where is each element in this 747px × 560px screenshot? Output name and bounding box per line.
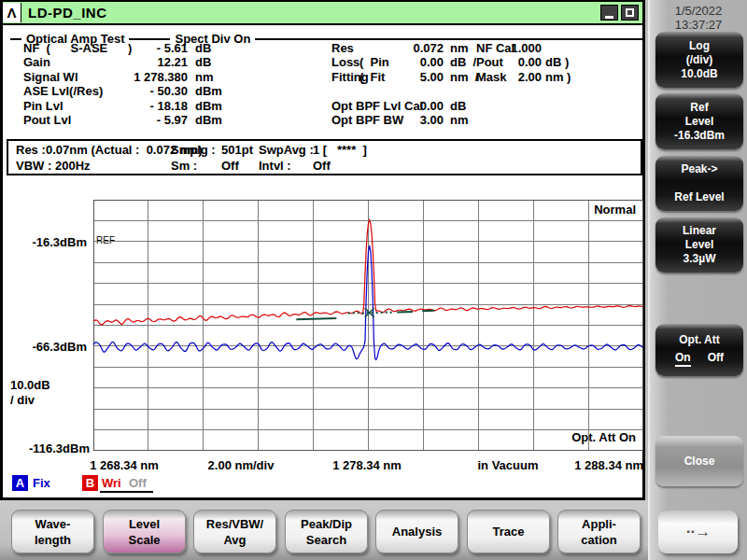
param-row: Fitting( Fit5.00nm /Mask2.00nm ) <box>3 70 647 84</box>
menu-button-trace[interactable]: Trace <box>467 510 550 553</box>
softkey-label-line: Peak-> <box>681 162 717 176</box>
minimize-icon <box>605 16 613 19</box>
param-value: 1.000 <box>488 41 542 55</box>
trace-b-badge[interactable]: B <box>82 475 98 491</box>
minimize-button[interactable] <box>600 5 618 21</box>
toggle-on-label[interactable]: On <box>675 351 691 367</box>
menu-button-label: Level <box>129 516 160 532</box>
main-display-area: Λ LD-PD_INC Optical Amp Test Spect Div O… <box>0 0 645 500</box>
time: 13:37:27 <box>650 18 747 32</box>
param-row: Res0.072nmNF Cal1.000 <box>3 41 647 55</box>
sweep-setting-label: Sm : <box>171 159 197 173</box>
softkey-label-line: Close <box>684 455 715 469</box>
param-value: 2.00 <box>488 70 542 84</box>
softkey-log-div-10-0db[interactable]: Log(/div)10.0dB <box>655 32 743 88</box>
param-value: 0.00 <box>380 55 444 69</box>
sweep-setting-label: Smplg : <box>171 143 216 157</box>
param-value: 3.00 <box>380 113 444 127</box>
y-axis-ref-label: -16.3dBm <box>3 235 87 249</box>
menu-button-label: Analysis <box>392 524 442 539</box>
menu-button-label: Trace <box>493 524 525 539</box>
param-unit: dB / <box>450 55 476 69</box>
sweep-settings-bar: Res :0.07nm (Actual : 0.072 nm)Smplg :50… <box>7 139 642 175</box>
fit-line-segment <box>348 313 395 314</box>
param-value: 5.00 <box>380 70 444 84</box>
menu-button-res-vbw-avg[interactable]: Res/VBW/Avg <box>193 510 276 553</box>
softkey-title: Opt. Att <box>679 333 720 347</box>
softkey-label-line: Log <box>689 39 710 53</box>
menu-button-label: Wave- <box>35 516 71 532</box>
param-row: Opt BPF Lvl Cal0.00dB <box>3 99 647 113</box>
divider <box>129 38 170 40</box>
sweep-setting-value: 200Hz <box>55 159 91 173</box>
menu-button-label: Search <box>306 532 346 548</box>
x-axis-left-label: 1 268.34 nm <box>73 458 176 472</box>
menu-button-analysis[interactable]: Analysis <box>375 510 458 553</box>
toggle-off-label[interactable]: Off <box>708 351 724 367</box>
window-title: LD-PD_INC <box>28 5 107 21</box>
softkey-label-line: 3.3µW <box>684 252 716 266</box>
param-row: ASE Lvl(/Res)- 50.30dBm <box>3 84 647 98</box>
param-value: 0.072 <box>380 41 444 55</box>
trace-b-mode: Wri <box>102 476 121 490</box>
spectrum-plot <box>93 200 643 455</box>
y-axis-mid-label: -66.3dBm <box>3 340 87 354</box>
param-unit: dBm <box>195 84 222 98</box>
trace-a-badge[interactable]: A <box>12 475 28 491</box>
sweep-setting-value: 501pt <box>221 143 253 157</box>
param-unit: nm ) <box>545 70 571 84</box>
sweep-setting-value: Off <box>313 159 331 173</box>
param-unit: nm / <box>450 70 478 84</box>
clock: 1/5/2022 13:37:27 <box>650 4 747 32</box>
menu-button-label: Avg <box>223 532 246 548</box>
y-axis-scale-unit: / div <box>10 393 35 407</box>
softkey-label-line: Ref Level <box>674 190 724 204</box>
param-label: Loss <box>331 55 359 69</box>
menu-button-label: cation <box>581 532 616 548</box>
anritsu-logo-icon: Λ <box>3 3 21 22</box>
x-axis-div-label: 2.00 nm/div <box>190 458 292 472</box>
trace-b-underline <box>100 491 153 493</box>
param-label: ASE Lvl(/Res) <box>23 84 103 98</box>
menu-button-level-scale[interactable]: LevelScale <box>103 510 186 553</box>
param-unit: nm <box>450 41 469 55</box>
sweep-setting-label: SwpAvg : <box>259 143 314 157</box>
sweep-setting-label: Intvl : <box>259 159 291 173</box>
trace-b-state: Off <box>129 476 147 490</box>
softkey-linear-level-3-3-w[interactable]: LinearLevel3.3µW <box>655 217 743 273</box>
menu-button-peak-dip-search[interactable]: Peak/DipSearch <box>285 510 368 553</box>
more-menu-arrow-button[interactable]: ··→ <box>658 511 738 553</box>
param-label: Res <box>331 41 354 55</box>
softkey-label-line: Level <box>685 115 714 129</box>
spectrum-plot-svg <box>93 200 643 451</box>
trace-a-mode: Fix <box>33 476 50 490</box>
softkey-peak-ref-level[interactable]: Peak-> Ref Level <box>655 156 743 211</box>
softkey-label-line: Level <box>685 238 714 252</box>
menu-button-label: Peak/Dip <box>301 516 352 532</box>
menu-button-appli-cation[interactable]: Appli-cation <box>557 510 641 553</box>
softkey-opt-att[interactable]: Opt. AttOnOff <box>655 324 743 376</box>
softkey-label-line: Ref <box>690 101 708 115</box>
y-axis-bottom-label: -116.3dBm <box>3 441 90 455</box>
softkey-close[interactable]: Close <box>655 436 743 486</box>
maximize-button[interactable] <box>621 5 639 21</box>
menu-button-wave-length[interactable]: Wave-length <box>11 510 94 553</box>
sweep-setting-value: 1 [ **** ] <box>313 143 367 157</box>
divider <box>10 38 21 40</box>
maximize-icon <box>626 8 634 17</box>
grid <box>93 200 643 451</box>
softkey-label-line: 10.0dB <box>681 67 717 81</box>
osa-screen: Λ LD-PD_INC Optical Amp Test Spect Div O… <box>0 0 747 560</box>
softkey-label-line: -16.3dBm <box>674 129 725 143</box>
sweep-setting-value: Off <box>221 159 239 173</box>
sweep-setting-label: VBW : <box>16 159 51 173</box>
param-value: 0.00 <box>488 55 542 69</box>
fit-line-segment <box>296 318 336 319</box>
x-axis-right-label: 1 288.34 nm <box>541 458 643 472</box>
param-row: Opt BPF BW3.00nm <box>3 113 647 127</box>
softkey-label-line: (/div) <box>686 53 713 67</box>
softkey-ref-level-16-3dbm[interactable]: RefLevel-16.3dBm <box>655 93 743 149</box>
x-axis-center-label: 1 278.34 nm <box>316 458 418 472</box>
menu-button-label: Appli- <box>582 516 616 532</box>
softkey-label-line: Linear <box>683 224 716 238</box>
